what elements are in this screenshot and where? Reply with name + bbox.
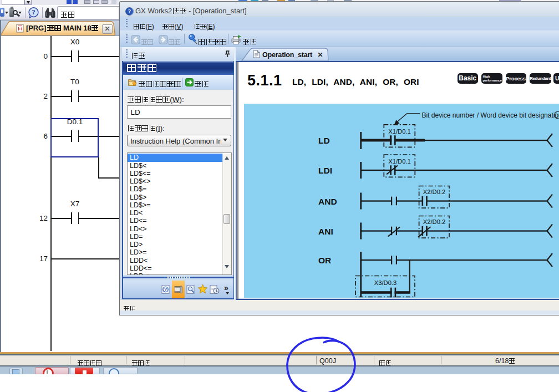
svg-text:?: ? — [128, 8, 131, 14]
svg-text:X1/D0.1: X1/D0.1 — [388, 128, 410, 135]
svg-text:ANI: ANI — [318, 227, 333, 236]
svg-text:Bit device number / Word devic: Bit device number / Word device bit desi… — [422, 111, 559, 119]
svg-text:X2/D0.2: X2/D0.2 — [423, 189, 445, 195]
svg-text:LDI: LDI — [318, 166, 332, 175]
svg-text:?: ? — [164, 287, 167, 292]
svg-text:LD: LD — [318, 136, 330, 145]
svg-text:OR: OR — [318, 256, 331, 265]
svg-text:AND: AND — [318, 197, 337, 206]
svg-text:?: ? — [32, 8, 35, 16]
svg-text:X1/D0.1: X1/D0.1 — [388, 158, 410, 165]
svg-text:X2/D0.2: X2/D0.2 — [423, 218, 445, 225]
svg-text:X3/D0.3: X3/D0.3 — [374, 279, 397, 286]
